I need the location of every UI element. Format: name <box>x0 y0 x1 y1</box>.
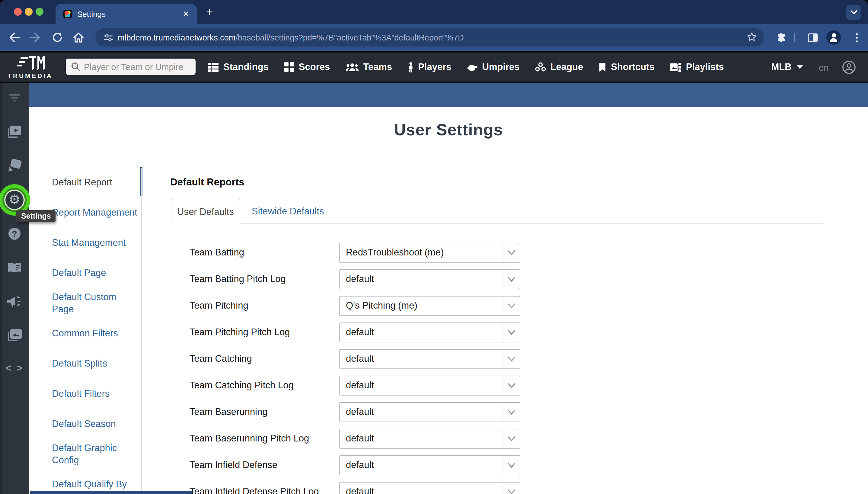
nav-item-playlists[interactable]: Playlists <box>670 62 724 73</box>
nav-item-shortcuts[interactable]: Shortcuts <box>599 62 655 73</box>
menu-item[interactable]: Report Management <box>52 197 139 228</box>
menu-item[interactable]: Default Season <box>52 409 139 439</box>
menu-item-label: Default Custom Page <box>52 291 139 316</box>
menu-item[interactable]: Default Splits <box>52 348 139 379</box>
nav-item-standings[interactable]: Standings <box>208 62 269 73</box>
gear-icon[interactable]: ⚙ <box>4 190 25 210</box>
url-bar[interactable]: mlbdemo.trumedianetworks.com/baseball/se… <box>95 28 764 46</box>
menu-item-label: Report Management <box>52 207 137 218</box>
scores-icon <box>284 62 294 72</box>
field-select[interactable]: default <box>339 402 520 422</box>
field-select-value: default <box>346 406 503 417</box>
nav-item-league[interactable]: League <box>535 62 584 73</box>
menu-item-label: Default Qualify By <box>52 478 127 490</box>
close-window-button[interactable] <box>14 8 22 16</box>
field-select-value: Q's Pitching (me) <box>346 300 503 311</box>
side-panel-icon[interactable] <box>806 32 818 43</box>
default-reports-form: Team BattingRedsTroubleshoot (me)Team Ba… <box>190 239 520 494</box>
field-select[interactable]: RedsTroubleshoot (me) <box>339 243 520 262</box>
megaphone-icon[interactable] <box>0 292 29 310</box>
field-label: Team Catching <box>190 353 339 364</box>
field-select[interactable]: default <box>339 455 520 475</box>
field-select[interactable]: default <box>339 269 520 289</box>
menu-item[interactable]: Default Page <box>52 258 139 288</box>
new-tab-button[interactable]: + <box>203 5 216 19</box>
field-select-value: default <box>346 380 503 391</box>
menu-item[interactable]: Default Filters <box>52 379 139 409</box>
extensions-icon[interactable] <box>775 32 787 43</box>
field-select[interactable]: Q's Pitching (me) <box>339 296 520 316</box>
trumedia-logo[interactable]: TRUMEDIA <box>2 54 58 80</box>
search-box[interactable] <box>64 57 197 76</box>
chevron-down-icon <box>503 349 520 368</box>
field-label: Team Pitching <box>190 300 339 311</box>
chevron-down-icon <box>503 243 520 262</box>
browser-tab[interactable]: Settings ✕ <box>56 4 197 24</box>
forward-icon[interactable] <box>29 32 41 43</box>
league-selector[interactable]: MLB <box>771 62 803 73</box>
language-toggle[interactable]: en <box>819 62 829 72</box>
chevron-down-icon <box>503 429 520 448</box>
bookmark-star-icon[interactable] <box>747 32 757 45</box>
browser-menu-icon[interactable] <box>853 30 860 45</box>
help-icon[interactable]: ? <box>0 225 29 243</box>
chevron-down-icon <box>797 65 803 69</box>
field-select[interactable]: default <box>339 322 520 342</box>
field-label: Team Catching Pitch Log <box>190 380 339 391</box>
field-select[interactable]: default <box>339 429 520 449</box>
field-select[interactable]: default <box>339 375 520 395</box>
field-label: Team Baserunning Pitch Log <box>190 433 339 444</box>
field-label: Team Baserunning <box>190 406 339 417</box>
bottom-scrollbar[interactable] <box>30 491 192 494</box>
field-select-value: default <box>346 433 503 444</box>
code-icon[interactable]: < > <box>0 359 29 377</box>
nav-item-teams[interactable]: Teams <box>346 62 392 73</box>
reload-icon[interactable] <box>51 32 63 43</box>
teams-icon <box>346 62 358 72</box>
search-icon <box>71 62 80 71</box>
site-settings-icon[interactable] <box>104 33 113 42</box>
nav-item-scores[interactable]: Scores <box>284 62 330 73</box>
nav-item-umpires[interactable]: Umpires <box>467 62 520 73</box>
browser-profile-avatar[interactable] <box>826 30 841 45</box>
field-label: Team Batting <box>190 247 339 258</box>
field-select-value: RedsTroubleshoot (me) <box>346 247 503 258</box>
nav-label: Teams <box>363 62 392 73</box>
players-icon <box>408 62 413 72</box>
page-title: User Settings <box>29 121 868 139</box>
minimize-window-button[interactable] <box>25 8 33 16</box>
tab-search-chevron-icon[interactable] <box>846 5 861 20</box>
browser-window: Settings ✕ + mlbdemo.trumedianetworks.co… <box>0 0 868 494</box>
filter-icon[interactable] <box>0 89 29 107</box>
tab-close-icon[interactable]: ✕ <box>181 9 191 19</box>
cards-icon[interactable] <box>0 156 29 174</box>
account-icon[interactable] <box>842 60 856 74</box>
form-row: Team Catchingdefault <box>190 345 520 372</box>
home-icon[interactable] <box>73 32 84 43</box>
form-row: Team BattingRedsTroubleshoot (me) <box>190 239 520 266</box>
video-library-icon[interactable] <box>0 122 29 141</box>
images-icon[interactable] <box>0 326 29 344</box>
menu-item[interactable]: Stat Management <box>52 228 139 258</box>
back-icon[interactable] <box>8 32 21 43</box>
chevron-down-icon <box>503 456 520 474</box>
nav-label: Scores <box>299 62 330 73</box>
menu-item[interactable]: Common Filters <box>52 318 139 348</box>
tab-user-defaults[interactable]: User Defaults <box>171 199 240 224</box>
chevron-down-icon <box>503 482 520 494</box>
menu-item[interactable]: Default Custom Page <box>52 288 139 318</box>
maximize-window-button[interactable] <box>36 8 43 16</box>
main-content: User Settings Default ReportReport Manag… <box>29 83 868 494</box>
menu-item-label: Common Filters <box>52 327 118 339</box>
field-select[interactable]: default <box>339 482 520 494</box>
menu-divider <box>141 168 142 494</box>
menu-item[interactable]: Default Graphic Config <box>52 439 139 469</box>
menu-item[interactable]: Default Qualify By <box>52 469 139 494</box>
search-input[interactable] <box>84 62 186 72</box>
tab-label: Sitewide Defaults <box>252 206 324 217</box>
menu-item[interactable]: Default Report <box>52 167 139 197</box>
nav-item-players[interactable]: Players <box>408 62 451 73</box>
tab-sitewide-defaults[interactable]: Sitewide Defaults <box>252 199 324 224</box>
field-select[interactable]: default <box>339 349 520 369</box>
book-icon[interactable] <box>0 259 29 277</box>
